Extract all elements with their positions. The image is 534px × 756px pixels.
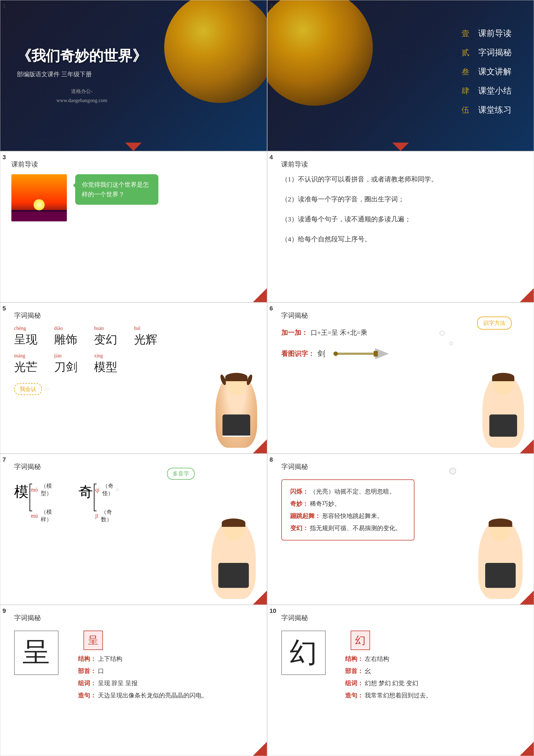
slide-3-inner: 你觉得我们这个世界是怎样的一个世界？ <box>12 174 256 221</box>
py-4: huī <box>134 325 157 331</box>
sentence-10: 造句： 我常常幻想着回到过去。 <box>345 689 520 702</box>
girl-book-6 <box>489 415 517 437</box>
structure-val-10: 左右结构 <box>365 655 389 662</box>
mo-py-2: mú <box>31 513 38 519</box>
menu-label-5: 课堂练习 <box>478 104 512 116</box>
svg-rect-2 <box>374 351 378 357</box>
char-mini-9: 呈 <box>84 631 103 650</box>
menu-num-3: 叁 <box>462 67 473 77</box>
vocab-item-6: jiàn 刀剑 <box>54 353 77 375</box>
qi-ex-2: （奇数） <box>101 508 119 523</box>
slide-4-num: 4 <box>270 154 273 161</box>
py-5: máng <box>14 353 38 359</box>
char-mo: 模 <box>14 482 29 501</box>
vocab-item-3: huàn 变幻 <box>94 325 117 347</box>
slide-8: 8 字词揭秘 闪烁： （光亮）动摇不定、忽明忽暗。 奇妙： 稀奇巧妙。 蹦跳起舞… <box>267 454 534 605</box>
slide-1-content: 《我们奇妙的世界》 部编版语文课件 三年级下册 道格办公- www.daogeb… <box>17 46 147 105</box>
polyphonic-content: 模 mó （模型） mú （模样） 奇 <box>14 482 253 507</box>
mo-reading-1: mó （模型） <box>31 482 52 497</box>
sentence-val-10: 我常常幻想着回到过去。 <box>365 692 432 699</box>
mo-ex-1: （模型） <box>41 482 52 497</box>
vocab-item-7: xíng 模型 <box>94 353 117 375</box>
radical-9: 部首： 口 <box>78 665 253 677</box>
sentence-9: 造句： 天边呈现出像条长龙似的亮晶晶的闪电。 <box>78 689 253 702</box>
slide-10: 10 字词揭秘 幻 幻 结构： 左右结构 部首： 幺 <box>267 605 534 756</box>
def-text-2: 稀奇巧妙。 <box>310 500 340 507</box>
slide-1-title: 《我们奇妙的世界》 <box>17 46 147 66</box>
qi-py-2: jī <box>95 513 98 519</box>
def-word-1: 闪烁： <box>290 488 308 495</box>
ch-1: 呈现 <box>14 332 38 347</box>
menu-num-1: 壹 <box>462 28 473 39</box>
slide-1-globe <box>164 0 267 103</box>
multi-tag-container: 多音字 <box>167 468 195 480</box>
words-val-9: 呈现 辞呈 呈报 <box>98 680 138 687</box>
method-tag: 识字方法 <box>477 316 512 330</box>
slide-9-num: 9 <box>3 607 6 614</box>
svg-point-3 <box>334 352 338 356</box>
girl-body-6 <box>482 373 524 448</box>
def-text-1: （光亮）动摇不定、忽明忽暗。 <box>310 488 395 495</box>
vocab-item-1: chéng 呈现 <box>14 325 38 347</box>
menu-num-5: 伍 <box>462 105 473 116</box>
char-header-10: 幻 <box>345 631 520 650</box>
girl-illustration-6 <box>478 364 528 448</box>
girl-body-7 <box>211 519 256 599</box>
slide-3: 3 课前导读 你觉得我们这个世界是怎样的一个世界？ <box>0 151 267 302</box>
slide-water <box>12 212 67 221</box>
slide-5-section: 字词揭秘 <box>14 311 253 320</box>
char-qi-block: 奇 qí （奇怪） ○ jī （奇数） <box>78 482 93 507</box>
char-info-10: 结构： 左右结构 部首： 幺 组词： 幻想 梦幻 幻觉 变幻 造句： 我常常幻想… <box>345 653 520 702</box>
bottom-arrow-2 <box>392 143 409 151</box>
qi-readings: qí （奇怪） ○ jī （奇数） <box>95 482 119 523</box>
menu-item-4: 肆 课堂小结 <box>462 85 512 96</box>
slide-4: 4 课前导读 （1）不认识的字可以看拼音，或者请教老师和同学。 （2）读准每一个… <box>267 151 534 302</box>
words-label-9: 组词： <box>78 680 96 687</box>
girl-illustration-7 <box>206 510 261 599</box>
menu-item-5: 伍 课堂练习 <box>462 104 512 116</box>
corner-deco-8 <box>520 591 534 605</box>
girl-illustration-8 <box>473 510 528 599</box>
slide-2-num: 2 <box>270 3 273 10</box>
py-3: huàn <box>94 325 117 331</box>
slide-1-num: 1 <box>3 3 6 10</box>
char-card-9: 呈 <box>14 631 59 675</box>
sentence-val-9: 天边呈现出像条长龙似的亮晶晶的闪电。 <box>98 692 208 699</box>
speech-bubble: 你觉得我们这个世界是怎样的一个世界？ <box>75 174 158 205</box>
slide-8-section: 字词揭秘 <box>281 462 520 471</box>
slide-10-section: 字词揭秘 <box>281 613 520 622</box>
mo-ex-2: （模样） <box>41 508 52 523</box>
char-info-9: 结构： 上下结构 部首： 口 组词： 呈现 辞呈 呈报 造句： 天边呈现出像条长… <box>78 653 253 702</box>
ch-6: 刀剑 <box>54 359 77 375</box>
slide-2: 2 壹 课前导读 贰 字词揭秘 叁 课文讲解 肆 课堂小结 伍 课堂练习 <box>267 0 534 151</box>
slide-1-subtitle: 部编版语文课件 三年级下册 <box>17 70 147 78</box>
char-mini-10: 幻 <box>351 631 370 650</box>
credit-line1: 道格办公- <box>17 87 147 96</box>
word-def-box: 闪烁： （光亮）动摇不定、忽明忽暗。 奇妙： 稀奇巧妙。 蹦跳起舞： 形容轻快地… <box>281 479 414 540</box>
reading-tip-1: （1）不认识的字可以看拼音，或者请教老师和同学。 <box>281 174 520 184</box>
char-card-block-9: 呈 <box>14 631 69 675</box>
girl-book-5 <box>223 415 250 437</box>
slide-5-num: 5 <box>3 305 6 312</box>
radical-label-10: 部首： <box>345 667 363 674</box>
structure-10: 结构： 左右结构 <box>345 653 520 665</box>
py-2: diāo <box>54 325 77 331</box>
def-word-3: 蹦跳起舞： <box>290 512 321 519</box>
girl-book-7 <box>218 563 249 588</box>
py-1: chéng <box>14 325 38 331</box>
slide-10-num: 10 <box>270 607 276 614</box>
words-label-10: 组词： <box>345 680 363 687</box>
words-val-10: 幻想 梦幻 幻觉 变幻 <box>365 680 418 687</box>
mo-reading-2: mú （模样） <box>31 508 52 523</box>
char-info-block-10: 幻 结构： 左右结构 部首： 幺 组词： 幻想 梦幻 幻觉 变幻 <box>345 631 520 702</box>
menu-num-4: 肆 <box>462 86 473 96</box>
menu-label-1: 课前导读 <box>478 28 512 39</box>
structure-label-10: 结构： <box>345 655 363 662</box>
slide-9: 9 字词揭秘 呈 呈 结构： 上下结构 部首： 口 <box>0 605 267 756</box>
char-info-block-9: 呈 结构： 上下结构 部首： 口 组词： 呈现 辞呈 呈报 <box>78 631 253 702</box>
slide-9-content: 呈 呈 结构： 上下结构 部首： 口 组词： <box>14 631 253 702</box>
def-word-2: 奇妙： <box>290 500 308 507</box>
qi-bracket <box>94 484 96 511</box>
girl-hair-top-5 <box>225 373 248 381</box>
menu-item-2: 贰 字词揭秘 <box>462 47 512 58</box>
